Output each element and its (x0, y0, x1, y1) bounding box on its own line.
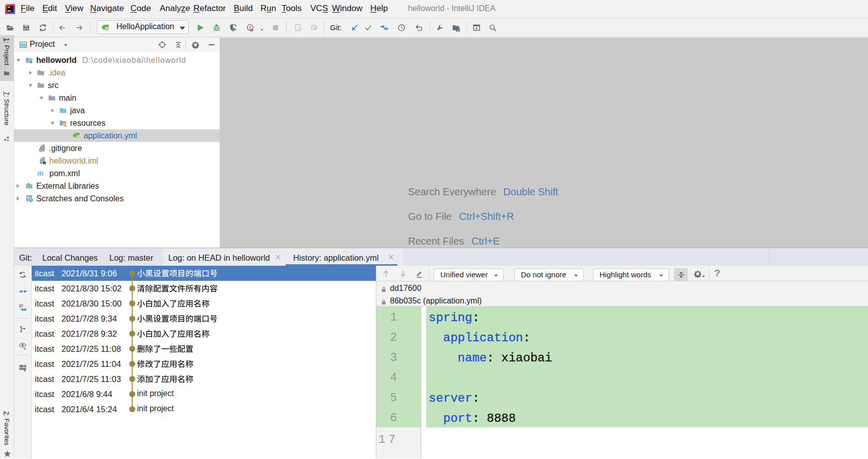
svg-text:m: m (37, 169, 43, 177)
